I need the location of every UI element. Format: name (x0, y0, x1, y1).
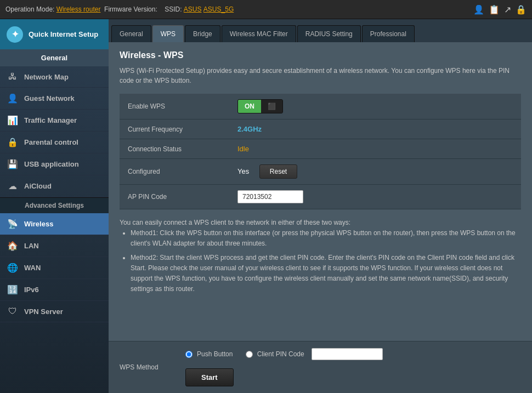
main-content-area: General WPS Bridge Wireless MAC Filter R… (109, 19, 532, 393)
operation-mode-label: Operation Mode: (5, 5, 54, 13)
top-bar: Operation Mode: Wireless router Firmware… (0, 0, 532, 19)
sidebar-item-traffic-manager[interactable]: 📊 Traffic Manager (0, 110, 109, 132)
sidebar-logo[interactable]: ✦ Quick Internet Setup (0, 19, 109, 49)
client-pin-label[interactable]: Client PIN Code (257, 350, 304, 358)
sidebar-item-guest-network[interactable]: 👤 Guest Network (0, 88, 109, 110)
sidebar: ✦ Quick Internet Setup General 🖧 Network… (0, 19, 109, 393)
method2-text: Method2: Start the client WPS process an… (131, 253, 521, 295)
configured-label: Configured (120, 159, 229, 185)
wireless-icon: 📡 (7, 219, 19, 229)
traffic-manager-label: Traffic Manager (24, 116, 77, 124)
section-description: WPS (Wi-Fi Protected Setup) provides eas… (120, 66, 521, 86)
advanced-settings-title: Advanced Settings (0, 197, 109, 213)
enable-wps-label: Enable WPS (120, 94, 229, 119)
network-map-label: Network Map (24, 73, 69, 81)
wps-bottom-bar: WPS Method Push Button Client PIN Code S… (109, 341, 532, 393)
sidebar-item-wan[interactable]: 🌐 WAN (0, 257, 109, 279)
table-row-connection-status: Connection Status Idle (120, 139, 521, 159)
client-pin-input[interactable] (312, 348, 383, 360)
wan-icon: 🌐 (7, 263, 19, 273)
guest-network-label: Guest Network (24, 94, 75, 102)
aicloud-icon: ☁ (7, 181, 19, 191)
idle-status-text: Idle (237, 145, 249, 153)
tab-wps[interactable]: WPS (152, 25, 184, 42)
connection-status-value: Idle (229, 139, 521, 159)
parental-control-icon: 🔒 (7, 137, 19, 147)
sidebar-item-usb-application[interactable]: 💾 USB application (0, 153, 109, 175)
aicloud-label: AiCloud (24, 182, 52, 190)
usb-application-label: USB application (24, 160, 79, 168)
method1-text: Method1: Click the WPS button on this in… (131, 228, 521, 249)
connection-status-label: Connection Status (120, 139, 229, 159)
reset-button[interactable]: Reset (259, 164, 297, 179)
ipv6-icon: 🔢 (7, 284, 19, 295)
push-button-label[interactable]: Push Button (197, 350, 233, 358)
connect-text: You can easily connect a WPS client to t… (120, 218, 521, 228)
settings-table: Enable WPS ON ⬛ Current Frequency 2.4GHz (120, 94, 521, 209)
wireless-label: Wireless (24, 220, 53, 228)
enable-wps-toggle[interactable]: ON ⬛ (237, 99, 283, 113)
pin-code-input[interactable] (237, 190, 303, 203)
start-button[interactable]: Start (185, 368, 234, 386)
pin-code-label: AP PIN Code (120, 185, 229, 209)
general-section-title: General (0, 49, 109, 66)
tab-bar: General WPS Bridge Wireless MAC Filter R… (109, 19, 532, 42)
wps-method-options: Push Button Client PIN Code Start (185, 348, 383, 386)
tab-general[interactable]: General (111, 25, 151, 42)
methods-section: You can easily connect a WPS client to t… (120, 218, 521, 294)
ssid-label: SSID: (165, 5, 182, 13)
table-row-pin-code: AP PIN Code (120, 185, 521, 209)
vpn-server-icon: 🛡 (7, 306, 19, 316)
client-pin-radio[interactable] (246, 351, 253, 358)
operation-mode-value[interactable]: Wireless router (56, 5, 101, 13)
sidebar-item-wireless[interactable]: 📡 Wireless (0, 213, 109, 235)
firmware-label: Firmware Version: (104, 5, 157, 13)
wan-label: WAN (24, 264, 41, 272)
main-layout: ✦ Quick Internet Setup General 🖧 Network… (0, 19, 532, 393)
ssid-5g-value[interactable]: ASUS_5G (203, 5, 234, 13)
sidebar-item-ipv6[interactable]: 🔢 IPv6 (0, 279, 109, 301)
tab-professional[interactable]: Professional (362, 25, 415, 42)
configured-value: Yes Reset (229, 159, 521, 185)
toggle-off-label: ⬛ (261, 100, 282, 113)
tab-bridge[interactable]: Bridge (185, 25, 220, 42)
frequency-label: Current Frequency (120, 119, 229, 139)
tab-radius-setting[interactable]: RADIUS Setting (297, 25, 361, 42)
lock-icon[interactable]: 🔒 (516, 4, 527, 15)
table-row-frequency: Current Frequency 2.4GHz (120, 119, 521, 139)
sidebar-item-network-map[interactable]: 🖧 Network Map (0, 66, 109, 88)
pin-code-value (229, 185, 521, 209)
lan-icon: 🏠 (7, 241, 19, 251)
enable-wps-value: ON ⬛ (229, 94, 521, 119)
logo-label: Quick Internet Setup (29, 30, 98, 38)
share-icon[interactable]: ↗ (504, 4, 511, 15)
sidebar-item-aicloud[interactable]: ☁ AiCloud (0, 175, 109, 197)
toggle-on-label: ON (238, 100, 261, 113)
ssid-value[interactable]: ASUS (184, 5, 202, 13)
frequency-value: 2.4GHz (229, 119, 521, 139)
frequency-text: 2.4GHz (237, 125, 262, 133)
sidebar-item-vpn-server[interactable]: 🛡 VPN Server (0, 301, 109, 322)
push-button-row: Push Button Client PIN Code (185, 348, 383, 360)
guest-network-icon: 👤 (7, 93, 19, 104)
ipv6-label: IPv6 (24, 286, 39, 294)
copy-icon[interactable]: 📋 (489, 4, 500, 15)
table-row-enable-wps: Enable WPS ON ⬛ (120, 94, 521, 119)
wps-method-label: WPS Method (120, 363, 174, 371)
sidebar-item-lan[interactable]: 🏠 LAN (0, 235, 109, 257)
parental-control-label: Parental control (24, 138, 78, 146)
start-row: Start (185, 366, 383, 386)
user-icon[interactable]: 👤 (473, 4, 484, 15)
lan-label: LAN (24, 242, 39, 250)
top-icons: 👤 📋 ↗ 🔒 (473, 4, 527, 15)
tab-wireless-mac-filter[interactable]: Wireless MAC Filter (222, 25, 296, 42)
sidebar-item-parental-control[interactable]: 🔒 Parental control (0, 132, 109, 153)
table-row-configured: Configured Yes Reset (120, 159, 521, 185)
logo-icon: ✦ (7, 26, 23, 43)
vpn-server-label: VPN Server (24, 307, 63, 316)
traffic-manager-icon: 📊 (7, 115, 19, 126)
configured-yes-text: Yes (237, 167, 249, 175)
section-title: Wireless - WPS (120, 50, 521, 60)
push-button-radio[interactable] (185, 351, 193, 358)
usb-application-icon: 💾 (7, 159, 19, 169)
